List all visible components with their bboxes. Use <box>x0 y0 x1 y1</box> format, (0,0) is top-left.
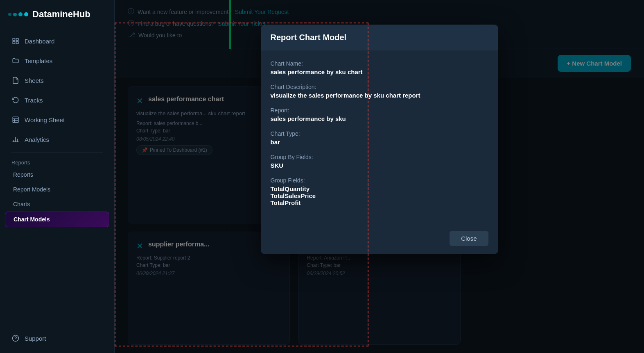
logo-dot-3 <box>18 12 23 16</box>
logo-dot-2 <box>13 13 17 16</box>
svg-rect-4 <box>13 117 18 123</box>
sidebar-item-working-sheet[interactable]: Working Sheet <box>5 110 109 130</box>
table-icon <box>11 116 20 124</box>
modal-field-chart-desc: Chart Description: visualize the sales p… <box>271 84 488 99</box>
sidebar-sub-label: Report Models <box>13 186 50 193</box>
logo-dot-1 <box>8 13 11 16</box>
chart-type-value: bar <box>271 139 488 146</box>
modal-close-button[interactable]: Close <box>450 231 488 246</box>
report-value: sales performance by sku <box>271 115 488 122</box>
modal-field-chart-type: Chart Type: bar <box>271 130 488 146</box>
sidebar-item-label: Tracks <box>25 97 43 104</box>
bar-chart-icon <box>11 135 20 143</box>
sidebar-item-chart-models[interactable]: Chart Models <box>5 212 109 227</box>
modal-footer: Close <box>261 224 498 254</box>
refresh-icon <box>11 96 20 104</box>
sidebar-item-dashboard[interactable]: Dashboard <box>5 31 109 51</box>
modal-field-report: Report: sales performance by sku <box>271 107 488 122</box>
svg-rect-3 <box>16 42 18 44</box>
sidebar-item-templates[interactable]: Templates <box>5 51 109 71</box>
sidebar-item-charts[interactable]: Charts <box>5 197 109 212</box>
question-icon <box>11 334 20 342</box>
group-fields-total-profit: TotalProfit <box>271 199 488 206</box>
group-by-label: Group By Fields: <box>271 154 488 160</box>
logo-icon <box>8 12 28 16</box>
group-fields-total-quantity: TotalQuantity <box>271 185 488 192</box>
file-icon <box>11 76 20 84</box>
sidebar-item-reports[interactable]: Reports <box>5 167 109 182</box>
sidebar-item-analytics[interactable]: Analytics <box>5 130 109 149</box>
chart-desc-label: Chart Description: <box>271 84 488 90</box>
modal-body: Chart Name: sales performance by sku cha… <box>261 50 498 224</box>
group-by-value: SKU <box>271 162 488 169</box>
sidebar-sub-label: Reports <box>13 171 33 178</box>
modal-field-group-fields: Group Fields: TotalQuantity TotalSalesPr… <box>271 177 488 206</box>
sidebar-item-label: Analytics <box>25 136 49 143</box>
app-logo: DatamineHub <box>0 0 114 31</box>
sidebar-item-label: Support <box>25 335 46 342</box>
sidebar-item-tracks[interactable]: Tracks <box>5 90 109 110</box>
sidebar-item-report-models[interactable]: Report Models <box>5 182 109 197</box>
logo-dot-4 <box>24 12 28 16</box>
report-chart-model-modal: Report Chart Model Chart Name: sales per… <box>261 25 498 254</box>
sidebar-sub-label: Charts <box>13 201 30 207</box>
svg-rect-2 <box>13 42 15 44</box>
sidebar: DatamineHub Dashboard Templates <box>0 0 115 353</box>
report-label: Report: <box>271 107 488 114</box>
modal-title: Report Chart Model <box>261 25 498 50</box>
modal-overlay: Report Chart Model Chart Name: sales per… <box>115 0 644 353</box>
grid-icon <box>11 37 20 45</box>
sidebar-item-label: Sheets <box>25 77 44 84</box>
main-content: ⓘ Want a new feature or improvement? Sub… <box>115 0 644 353</box>
modal-field-group-by: Group By Fields: SKU <box>271 154 488 169</box>
nav-divider <box>11 153 103 153</box>
chart-name-label: Chart Name: <box>271 60 488 67</box>
group-fields-total-sales-price: TotalSalesPrice <box>271 192 488 199</box>
svg-rect-1 <box>16 38 18 40</box>
chart-name-value: sales performance by sku chart <box>271 68 488 75</box>
sidebar-navigation: Dashboard Templates Sheets <box>0 31 114 323</box>
sidebar-item-support[interactable]: Support <box>5 328 109 348</box>
folder-icon <box>11 57 20 65</box>
group-fields-label: Group Fields: <box>271 177 488 184</box>
reports-section-label: Reports <box>5 156 109 167</box>
sidebar-item-label: Templates <box>25 57 52 64</box>
chart-desc-value: visualize the sales performance by sku c… <box>271 92 488 99</box>
sidebar-sub-label: Chart Models <box>14 216 50 223</box>
chart-type-label: Chart Type: <box>271 130 488 137</box>
modal-field-chart-name: Chart Name: sales performance by sku cha… <box>271 60 488 75</box>
sidebar-bottom: Support <box>0 323 114 353</box>
sidebar-item-label: Working Sheet <box>25 116 65 123</box>
sidebar-item-label: Dashboard <box>25 38 54 45</box>
sidebar-item-sheets[interactable]: Sheets <box>5 71 109 90</box>
app-name: DatamineHub <box>32 9 90 20</box>
svg-rect-0 <box>13 38 15 40</box>
